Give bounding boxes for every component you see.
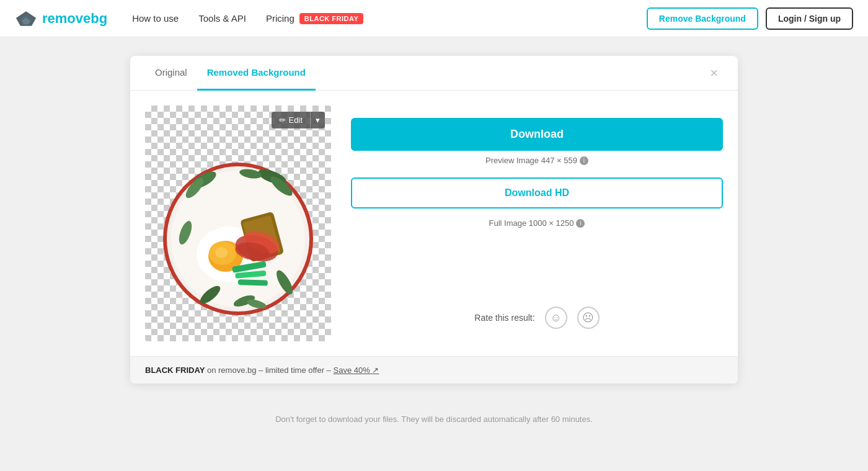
preview-info-icon[interactable]: i xyxy=(580,156,588,165)
external-link-icon: ↗ xyxy=(372,366,379,375)
tabs-bar: Original Removed Background × xyxy=(130,56,738,91)
logo-text: removebg xyxy=(42,11,107,27)
right-panel: Download Preview Image 447 × 559 i Downl… xyxy=(351,105,723,341)
logo-icon xyxy=(15,10,37,27)
result-card: Original Removed Background × xyxy=(130,56,738,384)
footer-note: Don't forget to download your files. The… xyxy=(0,402,868,436)
rating-section: Rate this result: ☺ ☹ xyxy=(351,307,723,329)
download-hd-button[interactable]: Download HD xyxy=(351,177,723,209)
edit-button[interactable]: ✏ Edit xyxy=(272,112,310,128)
chevron-down-icon: ▾ xyxy=(316,115,320,125)
remove-background-button[interactable]: Remove Background xyxy=(647,7,758,30)
edit-button-label: Edit xyxy=(289,115,303,125)
footer-note-text: Don't forget to download your files. The… xyxy=(275,415,593,424)
save-link-text: Save 40% xyxy=(333,366,370,375)
card-body: ✏ Edit ▾ Download Preview Image 447 × 55… xyxy=(130,91,738,356)
download-button[interactable]: Download xyxy=(351,118,723,151)
svg-rect-24 xyxy=(238,279,268,286)
image-area: ✏ Edit ▾ xyxy=(145,105,331,341)
preview-info: Preview Image 447 × 559 i xyxy=(351,156,723,165)
full-info-text: Full Image 1000 × 1250 xyxy=(489,218,574,228)
logo[interactable]: removebg xyxy=(15,10,107,27)
full-info: Full Image 1000 × 1250 i xyxy=(351,218,723,228)
login-signup-button[interactable]: Login / Sign up xyxy=(766,7,853,30)
bottom-banner: BLACK FRIDAY on remove.bg – limited time… xyxy=(130,356,738,384)
nav-pricing[interactable]: Pricing xyxy=(266,13,294,24)
main-content: Original Removed Background × xyxy=(0,37,868,402)
nav-tools-api[interactable]: Tools & API xyxy=(198,13,246,24)
full-info-icon[interactable]: i xyxy=(576,219,585,228)
nav-how-to-use[interactable]: How to use xyxy=(132,13,179,24)
download-section: Download Preview Image 447 × 559 i Downl… xyxy=(351,118,723,228)
banner-text: on remove.bg – limited time offer – xyxy=(207,366,331,375)
happy-icon: ☺ xyxy=(550,312,561,325)
navbar: removebg How to use Tools & API Pricing … xyxy=(0,0,868,37)
black-friday-text: BLACK FRIDAY xyxy=(145,366,205,375)
edit-dropdown-button[interactable]: ▾ xyxy=(310,112,325,128)
image-preview-background xyxy=(145,105,331,341)
sad-rating-button[interactable]: ☹ xyxy=(577,307,600,329)
save-link[interactable]: Save 40% ↗ xyxy=(333,366,379,375)
pencil-icon: ✏ xyxy=(279,115,286,125)
sad-icon: ☹ xyxy=(582,311,594,325)
close-button[interactable]: × xyxy=(705,63,723,84)
tab-original[interactable]: Original xyxy=(145,56,197,91)
navbar-actions: Remove Background Login / Sign up xyxy=(647,7,853,30)
black-friday-badge: BLACK FRIDAY xyxy=(299,13,364,24)
navbar-nav: How to use Tools & API Pricing BLACK FRI… xyxy=(132,13,647,24)
edit-button-overlay: ✏ Edit ▾ xyxy=(272,112,325,128)
svg-point-16 xyxy=(215,247,228,258)
preview-info-text: Preview Image 447 × 559 xyxy=(485,156,577,165)
rate-label: Rate this result: xyxy=(474,313,534,323)
happy-rating-button[interactable]: ☺ xyxy=(545,307,567,329)
tab-removed-background[interactable]: Removed Background xyxy=(197,56,316,91)
food-image xyxy=(148,109,328,338)
pricing-area: Pricing BLACK FRIDAY xyxy=(266,13,363,24)
